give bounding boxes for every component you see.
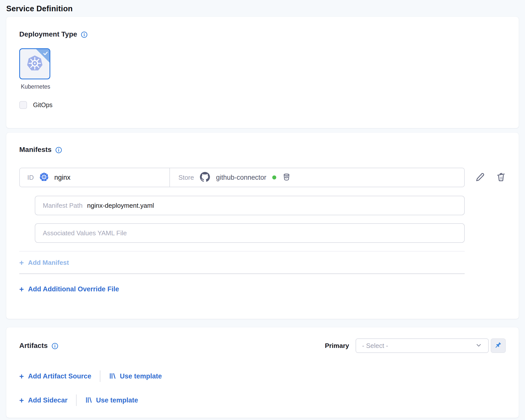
- manifest-store-cell: Store github-connector: [170, 168, 464, 187]
- manifest-store-label: Store: [178, 174, 194, 181]
- deployment-type-title: Deployment Type: [19, 30, 77, 38]
- manifest-id-label: ID: [27, 174, 34, 181]
- manifests-card: Manifests ID: [6, 133, 519, 319]
- divider: [19, 273, 465, 274]
- delete-manifest-button[interactable]: [496, 172, 506, 183]
- kubernetes-icon: [39, 172, 49, 183]
- manifest-id-cell: ID nginx: [20, 168, 170, 187]
- vertical-divider: [100, 370, 100, 382]
- manifest-path-value: nginx-deployment.yaml: [87, 202, 154, 209]
- primary-artifact-group: Primary - Select -: [325, 338, 506, 353]
- info-icon[interactable]: [55, 147, 62, 153]
- page-title: Service Definition: [6, 0, 519, 17]
- manifests-title: Manifests: [19, 146, 52, 154]
- artifacts-title: Artifacts: [19, 342, 48, 350]
- deployment-type-option-label: Kubernetes: [19, 83, 52, 90]
- sidecar-actions: + Add Sidecar Use template: [19, 394, 506, 406]
- artifact-source-actions: + Add Artifact Source Use template: [19, 370, 506, 382]
- manifest-id-value: nginx: [54, 174, 71, 181]
- plus-icon: +: [19, 396, 24, 404]
- divider: [19, 251, 465, 252]
- service-definition-page: Service Definition Deployment Type: [0, 0, 525, 420]
- add-artifact-source-button[interactable]: + Add Artifact Source: [19, 372, 91, 380]
- values-yaml-input[interactable]: Associated Values YAML File: [35, 223, 465, 243]
- plus-icon: +: [19, 372, 24, 380]
- add-override-file-button[interactable]: + Add Additional Override File: [19, 285, 119, 293]
- check-icon: [42, 50, 49, 58]
- info-icon[interactable]: [81, 31, 88, 38]
- trash-icon: [496, 172, 506, 183]
- vertical-divider: [76, 394, 77, 406]
- manifest-path-input[interactable]: Manifest Path nginx-deployment.yaml: [35, 196, 465, 215]
- plus-icon: +: [19, 259, 24, 267]
- pencil-icon: [475, 172, 485, 183]
- manifest-entry: ID nginx: [19, 168, 465, 187]
- gitops-label: GitOps: [33, 101, 53, 109]
- primary-label: Primary: [325, 342, 349, 350]
- artifacts-card: Artifacts Primary - Select -: [6, 327, 519, 418]
- plus-icon: +: [19, 285, 24, 293]
- github-icon: [200, 172, 210, 183]
- use-template-artifact-button[interactable]: Use template: [109, 372, 162, 380]
- manifest-entry-row: ID nginx: [19, 168, 506, 187]
- deployment-type-kubernetes-tile[interactable]: [19, 48, 50, 79]
- add-sidecar-button[interactable]: + Add Sidecar: [19, 396, 68, 404]
- use-template-sidecar-button[interactable]: Use template: [85, 396, 138, 404]
- info-icon[interactable]: [52, 343, 58, 349]
- connector-status-dot: [272, 175, 276, 179]
- pin-icon: [494, 341, 502, 350]
- deployment-type-card: Deployment Type: [6, 17, 519, 128]
- code-repo-icon: [282, 173, 291, 182]
- values-yaml-placeholder: Associated Values YAML File: [43, 229, 127, 237]
- template-library-icon: [85, 396, 93, 404]
- manifest-path-label: Manifest Path: [43, 202, 83, 209]
- add-manifest-button[interactable]: + Add Manifest: [19, 259, 69, 267]
- chevron-down-icon: [475, 342, 482, 350]
- edit-manifest-button[interactable]: [475, 172, 485, 183]
- primary-artifact-select[interactable]: - Select -: [356, 338, 489, 353]
- template-library-icon: [109, 372, 116, 380]
- gitops-checkbox[interactable]: [19, 101, 27, 109]
- gitops-checkbox-row[interactable]: GitOps: [19, 101, 53, 109]
- pin-primary-button[interactable]: [491, 338, 506, 353]
- manifest-store-value: github-connector: [216, 174, 266, 181]
- manifest-row-actions: [475, 172, 506, 183]
